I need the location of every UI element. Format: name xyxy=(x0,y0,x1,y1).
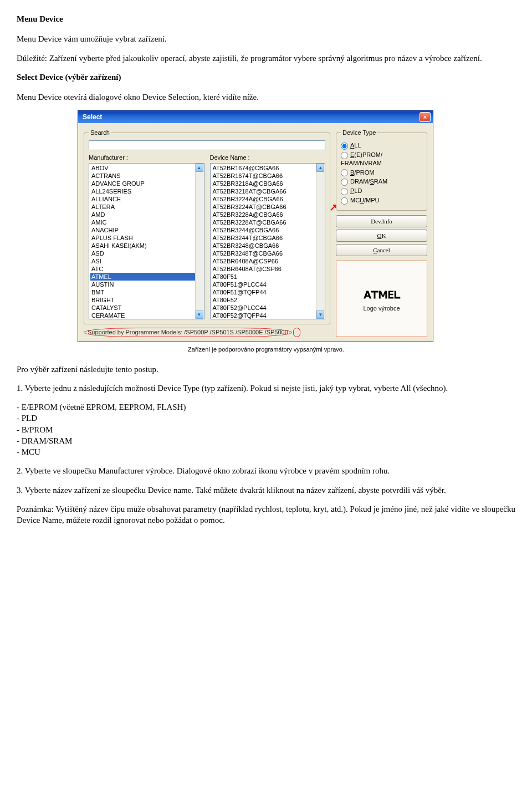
list-item[interactable]: AT52BR3248@CBGA66 xyxy=(212,242,324,250)
supported-prefix: Supported by Programmer Models: xyxy=(88,329,182,335)
list-item[interactable]: ANACHIP xyxy=(90,226,203,234)
scroll-down-icon[interactable]: ▾ xyxy=(316,311,324,319)
list-item[interactable]: ALLIANCE xyxy=(90,195,203,203)
list-item[interactable]: ATC xyxy=(90,265,203,273)
atmel-logo: ᴀᴛᴍᴇʟ xyxy=(364,285,400,303)
step-2: 2. Vyberte ve sloupečku Manufacturer výr… xyxy=(17,465,515,476)
list-item: - DRAM/SRAM xyxy=(17,435,515,446)
left-pane: Search Manufacturer : Device Name : ABOV… xyxy=(84,129,330,337)
list-item[interactable]: AMD xyxy=(90,211,203,218)
list-item[interactable]: AT52BR3224AT@CBGA66 xyxy=(212,203,324,211)
scrollbar[interactable]: ▴ ▾ xyxy=(316,164,325,319)
list-item[interactable]: AT80F51@PLCC44 xyxy=(212,281,324,288)
step-1: 1. Vyberte jednu z následujících možnost… xyxy=(17,383,515,394)
list-item[interactable]: ASD xyxy=(90,250,203,257)
list-item[interactable]: ACTRANS xyxy=(90,172,203,180)
search-legend: Search xyxy=(89,129,111,137)
scrollbar[interactable]: ▴ ▾ xyxy=(195,164,204,319)
list-item[interactable]: AT52BR3244@CBGA66 xyxy=(212,226,324,234)
device-type-radio[interactable]: E(E)PROM/FRAM/NVRAM xyxy=(341,151,422,167)
list-item[interactable]: CERAMATE xyxy=(90,312,203,319)
list-item[interactable]: ATMEL xyxy=(90,273,203,281)
figure-caption: Zařízení je podporováno programátory vyp… xyxy=(17,345,515,354)
device-name-label: Device Name : xyxy=(210,154,326,162)
list-item[interactable]: AT52BR6408AT@CSP66 xyxy=(212,265,324,273)
list-item[interactable]: AT52BR3248T@CBGA66 xyxy=(212,250,324,257)
list-item: - E/EPROM (včetně EPROM, EEPROM, FLASH) xyxy=(17,401,515,413)
scroll-down-icon[interactable]: ▾ xyxy=(196,311,203,319)
close-icon[interactable]: × xyxy=(420,112,431,122)
device-listbox[interactable]: AT52BR1674@CBGA66AT52BR1674T@CBGA66AT52B… xyxy=(210,163,326,319)
list-item: - B/PROM xyxy=(17,424,515,435)
scroll-up-icon[interactable]: ▴ xyxy=(196,164,203,172)
list-item[interactable]: CATALYST xyxy=(90,304,203,312)
search-input[interactable] xyxy=(89,140,325,150)
paragraph-followsteps: Pro výběr zařízení následujte tento post… xyxy=(17,364,515,375)
list-item[interactable]: AT52BR1674@CBGA66 xyxy=(212,164,324,172)
intro-paragraph-2: Důležité: Zařízení vyberte před jakoukol… xyxy=(17,53,515,64)
list-item[interactable]: ASI xyxy=(90,257,203,265)
device-type-radio[interactable]: PLD xyxy=(341,187,422,195)
titlebar: Select × xyxy=(78,111,433,123)
heading-menu-device: Menu Device xyxy=(17,13,515,24)
intro-paragraph-1: Menu Device vám umožňuje vybrat zařízení… xyxy=(17,33,515,44)
list-item[interactable]: AT80F52 xyxy=(212,296,324,304)
device-type-radio[interactable]: ALL xyxy=(341,141,422,150)
right-pane: Device Type ALLE(E)PROM/FRAM/NVRAMB/PROM… xyxy=(336,129,427,337)
list-item[interactable]: APLUS FLASH xyxy=(90,234,203,242)
list-item[interactable]: AT52BR3218A@CBGA66 xyxy=(212,180,324,187)
list-item[interactable]: ADVANCE GROUP xyxy=(90,180,203,187)
window-title: Select xyxy=(83,113,102,121)
manufacturer-logo-box: ↗ ᴀᴛᴍᴇʟ Logo výrobce xyxy=(336,261,427,337)
device-type-radio[interactable]: B/PROM xyxy=(341,169,422,177)
list-item[interactable]: AUSTIN xyxy=(90,281,203,288)
select-dialog-window: Select × Search Manufacturer : Device Na… xyxy=(78,110,433,342)
list-item: - MCU xyxy=(17,446,515,457)
list-item[interactable]: AT52BR1674T@CBGA66 xyxy=(212,172,324,180)
list-item[interactable]: AT52BR3228AT@CBGA66 xyxy=(212,218,324,226)
list-item[interactable]: ASAHI KASEI(AKM) xyxy=(90,242,203,250)
device-type-group: Device Type ALLE(E)PROM/FRAM/NVRAMB/PROM… xyxy=(336,129,427,211)
list-item[interactable]: ABOV xyxy=(90,164,203,172)
logo-caption: Logo výrobce xyxy=(363,304,400,313)
manufacturer-listbox[interactable]: ABOVACTRANSADVANCE GROUPALL24SERIESALLIA… xyxy=(89,163,204,319)
heading-select-device: Select Device (výběr zařízení) xyxy=(17,72,515,83)
list-item[interactable]: AT52BR3224A@CBGA66 xyxy=(212,195,324,203)
supported-models: /SP500P /SP501S /SP5000E /SP5000 xyxy=(184,329,288,335)
list-item[interactable]: AT52BR3228A@CBGA66 xyxy=(212,211,324,218)
list-item[interactable]: AT52BR3244T@CBGA66 xyxy=(212,234,324,242)
red-arrow-icon: ↗ xyxy=(329,201,337,214)
list-item: - PLD xyxy=(17,413,515,424)
device-type-radio[interactable]: MCU/MPU xyxy=(341,196,422,205)
search-group: Search Manufacturer : Device Name : ABOV… xyxy=(84,129,330,324)
ok-button[interactable]: OK xyxy=(336,230,427,242)
list-item[interactable]: AT52BR3218AT@CBGA66 xyxy=(212,187,324,195)
supported-models-line: Supported by Programmer Models: /SP500P … xyxy=(84,328,330,337)
scroll-up-icon[interactable]: ▴ xyxy=(316,164,324,172)
list-item[interactable]: AT80F51 xyxy=(212,273,324,281)
devinfo-button[interactable]: Dev.Info xyxy=(336,215,427,227)
list-item[interactable]: ALTERA xyxy=(90,203,203,211)
cancel-button[interactable]: Cancel xyxy=(336,244,427,256)
list-item[interactable]: AMIC xyxy=(90,218,203,226)
device-type-legend: Device Type xyxy=(341,129,377,137)
list-item[interactable]: AT80F52@TQFP44 xyxy=(212,312,324,319)
list-item[interactable]: ALL24SERIES xyxy=(90,187,203,195)
paragraph-dialog-intro: Menu Device otevírá dialogové okno Devic… xyxy=(17,91,515,103)
list-item[interactable]: AT52BR6408A@CSP66 xyxy=(212,257,324,265)
list-item[interactable]: AT80F52@PLCC44 xyxy=(212,304,324,312)
step-3: 3. Vyberte název zařízení ze sloupečku D… xyxy=(17,485,515,496)
list-item[interactable]: BRIGHT xyxy=(90,296,203,304)
list-item[interactable]: AT80F51@TQFP44 xyxy=(212,288,324,296)
select-dialog-figure: Select × Search Manufacturer : Device Na… xyxy=(78,110,515,342)
note-paragraph: Poznámka: Vytištěný název čipu může obsa… xyxy=(17,503,515,526)
device-type-radio[interactable]: DRAM/SRAM xyxy=(341,177,422,186)
list-item[interactable]: BMT xyxy=(90,288,203,296)
device-type-list: - E/EPROM (včetně EPROM, EEPROM, FLASH)-… xyxy=(17,401,515,457)
manufacturer-label: Manufacturer : xyxy=(89,154,204,162)
